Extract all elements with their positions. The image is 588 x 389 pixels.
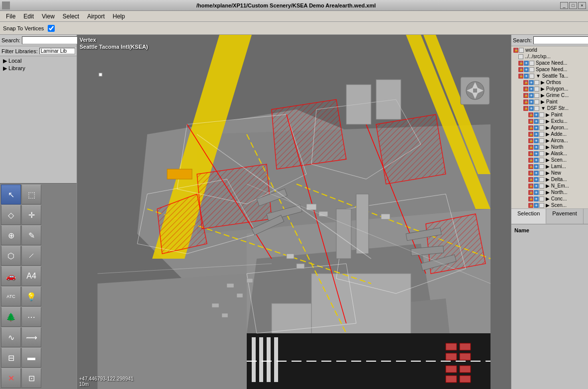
tool-line[interactable]: ⟋ bbox=[21, 246, 41, 266]
tool-light[interactable]: 💡 bbox=[21, 287, 41, 306]
world-tree-item[interactable]: 🔒👁▶ Paint bbox=[512, 98, 588, 105]
world-tree: 🔒world../../src/xp...🔒👁Space Need...🔒👁Sp… bbox=[511, 46, 588, 208]
app-icon bbox=[2, 1, 10, 9]
bottom-tabs: SelectionPavementTaxi Route bbox=[511, 208, 588, 224]
tab-taxi-route[interactable]: Taxi Route bbox=[584, 208, 588, 224]
tool-zoomrect[interactable]: ⊡ bbox=[21, 368, 41, 388]
svg-rect-43 bbox=[287, 254, 294, 259]
right-search-label: Search: bbox=[513, 37, 532, 43]
world-tree-item[interactable]: 🔒👁Space Need... bbox=[512, 66, 588, 73]
tool-road[interactable]: ⟿ bbox=[21, 327, 41, 347]
main-layout: Search: Filter Libraries: Laminar Lib ▶ … bbox=[0, 35, 588, 389]
tab-pavement[interactable]: Pavement bbox=[546, 208, 584, 224]
tool-forest[interactable]: 🌲 bbox=[1, 307, 21, 327]
world-tree-item[interactable]: 🔒👁▶ Conc... bbox=[512, 195, 588, 202]
menu-view[interactable]: View bbox=[38, 12, 59, 21]
tool-erase[interactable]: ✕ bbox=[1, 368, 21, 388]
world-tree-item[interactable]: 🔒👁▼ Seattle Ta... bbox=[512, 73, 588, 79]
tree-item-library[interactable]: ▶ Library bbox=[1, 65, 76, 72]
filter-label: Filter Libraries: bbox=[1, 48, 38, 54]
svg-rect-67 bbox=[346, 85, 371, 124]
window-title: /home/xplane/XP11/Custom Scenery/KSEA De… bbox=[12, 2, 560, 8]
svg-rect-54 bbox=[237, 293, 243, 297]
search-input[interactable] bbox=[22, 36, 86, 44]
tool-arrow[interactable]: ↖ bbox=[1, 185, 21, 204]
menu-edit[interactable]: Edit bbox=[19, 12, 38, 21]
tool-taxiway[interactable]: ⊟ bbox=[1, 348, 21, 368]
snap-checkbox[interactable] bbox=[48, 25, 55, 32]
window-controls: _ □ × bbox=[560, 2, 586, 9]
svg-rect-68 bbox=[376, 80, 401, 119]
world-tree-item[interactable]: 🔒👁▶ Grime C... bbox=[512, 92, 588, 98]
map-area[interactable]: Vertex Seattle Tacoma Intl(KSEA) +47.446… bbox=[77, 35, 511, 389]
right-search-bar: Search: bbox=[511, 35, 588, 46]
svg-marker-3 bbox=[98, 274, 247, 389]
right-panel: Search: 🔒world../../src/xp...🔒👁Space Nee… bbox=[511, 35, 588, 389]
world-tree-item[interactable]: 🔒👁▶ North... bbox=[512, 189, 588, 195]
world-tree-item[interactable]: 🔒👁▶ Paint bbox=[512, 111, 588, 118]
right-search-input[interactable] bbox=[533, 36, 588, 44]
menu-file[interactable]: File bbox=[2, 12, 19, 21]
minimize-button[interactable]: _ bbox=[560, 2, 568, 9]
svg-rect-62 bbox=[446, 366, 457, 373]
tool-add[interactable]: ⊕ bbox=[1, 225, 21, 245]
world-tree-item[interactable]: 🔒👁▶ Aircra... bbox=[512, 137, 588, 144]
svg-marker-23 bbox=[376, 114, 446, 184]
close-button[interactable]: × bbox=[578, 2, 586, 9]
title-bar: /home/xplane/XP11/Custom Scenery/KSEA De… bbox=[0, 0, 588, 11]
search-bar: Search: bbox=[0, 35, 77, 46]
world-tree-item[interactable]: 🔒👁▶ Adde... bbox=[512, 131, 588, 137]
tool-selectbox[interactable]: ⬚ bbox=[21, 185, 41, 204]
world-tree-item[interactable]: 🔒👁Space Need... bbox=[512, 60, 588, 66]
world-tree-item[interactable]: 🔒👁▶ Scen... bbox=[512, 157, 588, 163]
world-tree-item[interactable]: 🔒👁▶ Alask... bbox=[512, 150, 588, 157]
tool-vertex[interactable]: ◇ bbox=[1, 205, 21, 225]
tree-panel: ▶ Local ▶ Library bbox=[0, 56, 77, 183]
menu-bar: File Edit View Select Airport Help bbox=[0, 11, 588, 22]
tool-polygon[interactable]: ⬡ bbox=[1, 246, 21, 266]
tool-atc[interactable]: ATC bbox=[1, 287, 21, 306]
airport-map[interactable]: Vertex Seattle Tacoma Intl(KSEA) +47.446… bbox=[77, 35, 511, 389]
tool-rotate[interactable]: ✛ bbox=[21, 205, 41, 225]
world-tree-item[interactable]: 🔒👁▶ Orthos bbox=[512, 79, 588, 86]
menu-select[interactable]: Select bbox=[59, 12, 83, 21]
tool-grid: ↖ ⬚ ◇ ✛ ⊕ ✎ ⬡ ⟋ 🚗 A4 ATC 💡 🌲 ⋯ ∿ ⟿ ⊟ ▬ ✕… bbox=[0, 184, 77, 389]
svg-rect-13 bbox=[267, 337, 271, 382]
toolbar: Snap To Vertices bbox=[0, 22, 588, 35]
tool-sign[interactable]: A4 bbox=[21, 266, 41, 286]
svg-marker-22 bbox=[272, 99, 346, 169]
world-tree-item[interactable]: ../../src/xp... bbox=[512, 53, 588, 60]
tool-facade[interactable]: ⋯ bbox=[21, 307, 41, 327]
world-tree-item[interactable]: 🔒👁▶ Apron... bbox=[512, 124, 588, 131]
svg-rect-46 bbox=[336, 209, 351, 259]
world-tree-item[interactable]: 🔒👁▼ DSF Str... bbox=[512, 105, 588, 111]
tool-bezier[interactable]: ∿ bbox=[1, 327, 21, 347]
svg-rect-53 bbox=[227, 284, 234, 288]
world-tree-item[interactable]: 🔒👁▶ New bbox=[512, 170, 588, 176]
tab-selection[interactable]: Selection bbox=[511, 208, 546, 224]
maximize-button[interactable]: □ bbox=[569, 2, 577, 9]
world-tree-item[interactable]: 🔒👁▶ N_Em... bbox=[512, 183, 588, 189]
world-tree-item[interactable]: 🔒👁▶ Polygon... bbox=[512, 86, 588, 92]
filter-value[interactable]: Laminar Lib bbox=[39, 48, 75, 54]
tool-object[interactable]: 🚗 bbox=[1, 266, 21, 286]
tree-item-local[interactable]: ▶ Local bbox=[1, 57, 76, 65]
tool-pen[interactable]: ✎ bbox=[21, 225, 41, 245]
world-tree-item[interactable]: 🔒👁▶ Exclu... bbox=[512, 118, 588, 124]
menu-airport[interactable]: Airport bbox=[83, 12, 108, 21]
svg-rect-57 bbox=[222, 313, 228, 317]
world-tree-item[interactable]: 🔒world bbox=[512, 47, 588, 53]
world-tree-item[interactable]: 🔒👁▶ Delta... bbox=[512, 176, 588, 183]
menu-help[interactable]: Help bbox=[109, 12, 129, 21]
world-tree-item[interactable]: 🔒👁▶ Scen... bbox=[512, 202, 588, 208]
tool-runway[interactable]: ▬ bbox=[21, 348, 41, 368]
svg-rect-47 bbox=[356, 194, 369, 254]
svg-marker-24 bbox=[197, 164, 272, 229]
svg-rect-11 bbox=[252, 337, 256, 382]
svg-rect-65 bbox=[460, 376, 471, 383]
filter-bar: Filter Libraries: Laminar Lib bbox=[0, 46, 77, 56]
world-tree-item[interactable]: 🔒👁▶ North bbox=[512, 144, 588, 150]
svg-rect-61 bbox=[460, 353, 471, 360]
search-label: Search: bbox=[1, 37, 20, 43]
world-tree-item[interactable]: 🔒👁▶ Lami... bbox=[512, 163, 588, 170]
